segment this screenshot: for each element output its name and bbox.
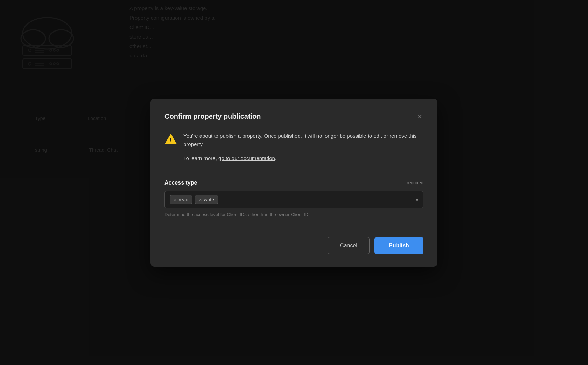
access-type-section: Access type required × read × write ▾ De… (164, 180, 424, 217)
section-header: Access type required (164, 180, 424, 186)
tag-read: × read (170, 195, 192, 204)
tag-read-remove[interactable]: × (174, 197, 176, 202)
tag-read-label: read (178, 197, 188, 202)
access-type-label: Access type (164, 180, 197, 186)
tag-write-label: write (204, 197, 214, 202)
doc-prefix: To learn more, (183, 155, 218, 161)
warning-doc-text: To learn more, go to our documentation. (183, 154, 424, 163)
access-type-hint: Determine the access level for Client ID… (164, 212, 424, 217)
divider-top (164, 171, 424, 171)
modal-header: Confirm property publication × (164, 111, 424, 122)
tag-write-remove[interactable]: × (199, 197, 202, 202)
modal-title: Confirm property publication (164, 112, 261, 120)
doc-suffix: . (275, 155, 276, 161)
modal-dialog: Confirm property publication × ! You're … (150, 99, 438, 267)
publish-button[interactable]: Publish (374, 237, 424, 254)
cancel-button[interactable]: Cancel (328, 237, 370, 254)
tag-write: × write (195, 195, 218, 204)
warning-main-text: You're about to publish a property. Once… (183, 132, 424, 149)
doc-link[interactable]: go to our documentation (218, 155, 275, 161)
required-badge: required (407, 180, 424, 185)
warning-icon: ! (164, 132, 177, 145)
divider-bottom (164, 226, 424, 226)
modal-overlay: Confirm property publication × ! You're … (0, 0, 588, 365)
svg-text:!: ! (170, 137, 172, 144)
tags-input-container[interactable]: × read × write ▾ (164, 191, 424, 208)
close-button[interactable]: × (416, 111, 424, 122)
warning-section: ! You're about to publish a property. On… (164, 132, 424, 163)
warning-text: You're about to publish a property. Once… (183, 132, 424, 163)
modal-footer: Cancel Publish (164, 237, 424, 254)
dropdown-arrow-icon: ▾ (416, 197, 418, 202)
